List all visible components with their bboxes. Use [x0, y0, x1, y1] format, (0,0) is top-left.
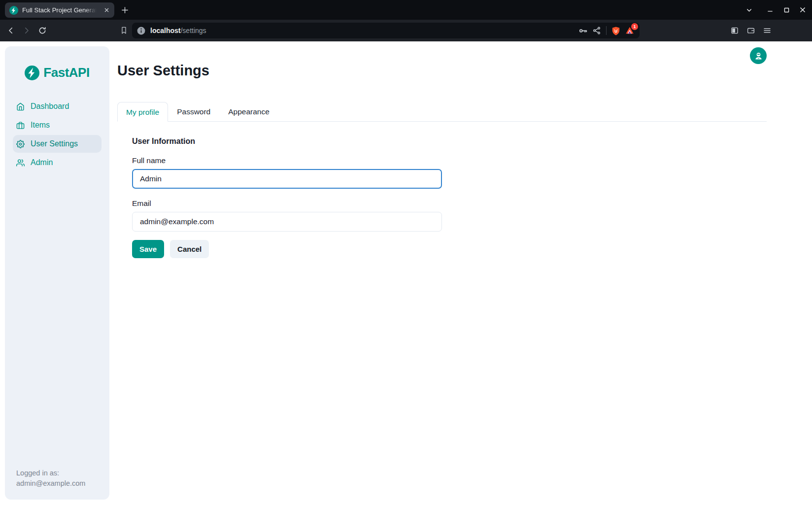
- chevron-down-icon[interactable]: [744, 5, 753, 14]
- sidebar-nav: Dashboard Items User Settings: [5, 97, 109, 172]
- sidebar-panel-icon[interactable]: [730, 26, 739, 35]
- url-host: localhost: [150, 27, 180, 34]
- address-bar[interactable]: localhost/settings 1: [132, 23, 640, 38]
- full-name-label: Full name: [132, 156, 767, 165]
- section-title: User Information: [132, 137, 767, 146]
- toolbar-divider: [606, 26, 607, 35]
- save-button[interactable]: Save: [132, 240, 164, 258]
- url-text[interactable]: localhost/settings: [150, 27, 206, 34]
- logo-text: FastAPI: [43, 65, 89, 80]
- browser-toolbar: localhost/settings 1: [0, 20, 812, 41]
- sidebar-item-user-settings[interactable]: User Settings: [13, 135, 102, 153]
- fastapi-favicon: [9, 6, 18, 15]
- info-icon[interactable]: [136, 26, 146, 35]
- maximize-icon[interactable]: [782, 5, 791, 14]
- tab-title: Full Stack Project Generat: [22, 6, 98, 14]
- browser-tab-strip: Full Stack Project Generat: [0, 0, 812, 20]
- back-icon[interactable]: [6, 26, 15, 35]
- new-tab-button[interactable]: [119, 4, 130, 15]
- sidebar: FastAPI Dashboard Items: [5, 46, 109, 500]
- cancel-button[interactable]: Cancel: [170, 240, 209, 258]
- window-controls: [744, 0, 807, 20]
- forward-icon[interactable]: [22, 26, 31, 35]
- logged-in-email: admin@example.com: [16, 478, 85, 489]
- sidebar-item-label: Dashboard: [31, 102, 69, 111]
- fastapi-bolt-icon: [25, 66, 39, 80]
- logged-in-info: Logged in as: admin@example.com: [16, 468, 85, 489]
- home-icon: [16, 102, 25, 111]
- key-icon[interactable]: [578, 26, 588, 35]
- brave-rewards-icon[interactable]: 1: [625, 26, 635, 35]
- settings-tabs: My profile Password Appearance: [117, 102, 767, 122]
- user-menu-button[interactable]: [750, 47, 767, 64]
- fastapi-logo: FastAPI: [5, 65, 109, 80]
- reload-icon[interactable]: [38, 26, 47, 35]
- browser-tab[interactable]: Full Stack Project Generat: [5, 2, 114, 18]
- tab-my-profile[interactable]: My profile: [117, 102, 168, 122]
- logged-in-label: Logged in as:: [16, 468, 85, 478]
- brave-shield-icon[interactable]: [611, 26, 620, 35]
- sidebar-item-label: User Settings: [31, 139, 78, 148]
- rewards-badge: 1: [631, 23, 638, 30]
- sidebar-item-label: Items: [31, 121, 50, 130]
- sidebar-item-label: Admin: [31, 158, 53, 167]
- gear-icon: [16, 140, 25, 148]
- main-content: User Settings My profile Password Appear…: [117, 41, 767, 505]
- sidebar-item-admin[interactable]: Admin: [5, 153, 109, 172]
- sidebar-item-dashboard[interactable]: Dashboard: [5, 97, 109, 116]
- bookmark-icon[interactable]: [120, 26, 129, 35]
- email-label: Email: [132, 199, 767, 208]
- tab-password[interactable]: Password: [168, 102, 219, 121]
- sidebar-item-items[interactable]: Items: [5, 116, 109, 135]
- briefcase-icon: [16, 121, 25, 130]
- share-icon[interactable]: [592, 26, 602, 35]
- menu-icon[interactable]: [763, 26, 772, 35]
- email-input[interactable]: [132, 212, 442, 232]
- user-astronaut-icon: [754, 51, 763, 61]
- page-content: FastAPI Dashboard Items: [0, 41, 812, 505]
- toolbar-right-group: [730, 26, 772, 35]
- tab-appearance[interactable]: Appearance: [219, 102, 278, 121]
- page-title: User Settings: [117, 63, 767, 79]
- full-name-input[interactable]: [132, 169, 442, 189]
- user-information-form: User Information Full name Email Save Ca…: [117, 122, 767, 258]
- users-icon: [16, 159, 25, 167]
- form-buttons: Save Cancel: [132, 240, 767, 258]
- minimize-icon[interactable]: [766, 5, 775, 14]
- tab-close-icon[interactable]: [102, 6, 111, 15]
- window-close-icon[interactable]: [798, 5, 807, 14]
- url-path: /settings: [180, 27, 206, 34]
- wallet-icon[interactable]: [746, 26, 755, 35]
